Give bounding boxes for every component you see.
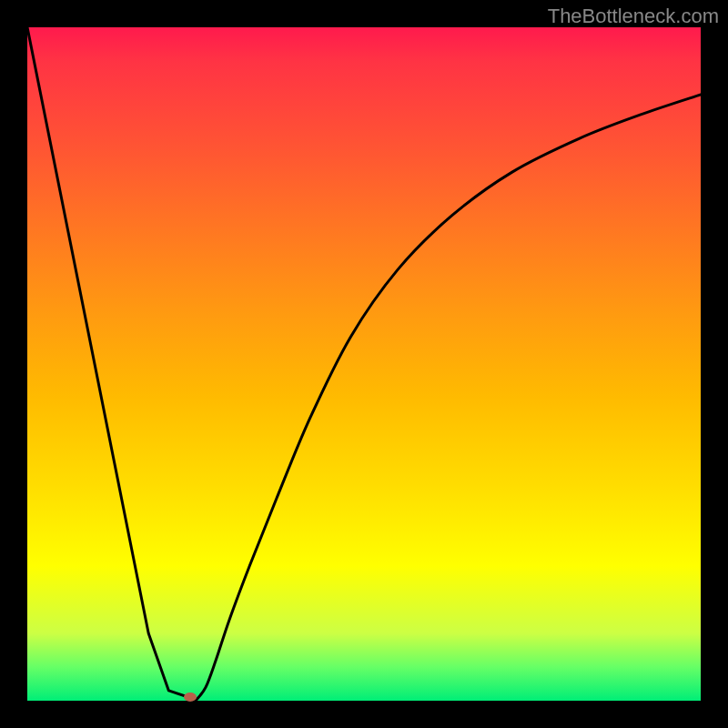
optimal-point-marker (184, 693, 197, 702)
bottleneck-curve (27, 27, 701, 701)
attribution-text: TheBottleneck.com (548, 5, 719, 28)
chart-plot-area (27, 27, 701, 701)
